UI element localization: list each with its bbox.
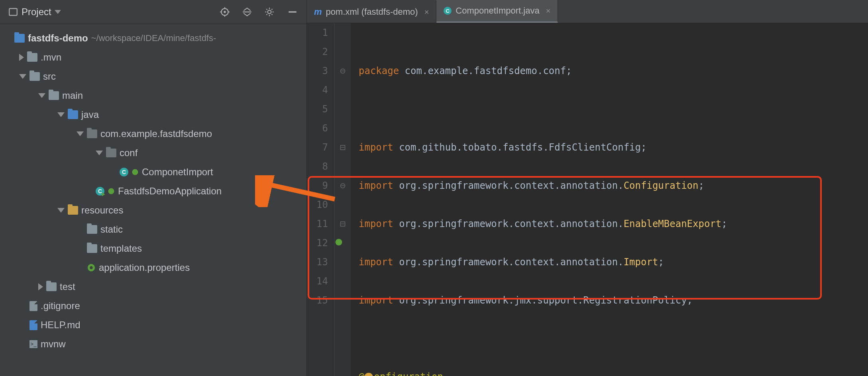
chevron-down-icon[interactable] xyxy=(38,93,45,98)
tree-node-main[interactable]: main xyxy=(0,86,306,105)
intention-bulb-icon[interactable] xyxy=(364,373,373,376)
svg-point-14 xyxy=(90,266,92,269)
svg-point-15 xyxy=(336,239,342,246)
tab-pom[interactable]: m pom.xml (fastdfs-demo) × xyxy=(307,1,436,23)
token-text: org.springframework.context.annotation. xyxy=(393,180,624,191)
tree-node-mvnw[interactable]: >_ mvnw xyxy=(0,335,306,354)
sidebar-title-dropdown[interactable]: Project xyxy=(4,5,65,19)
tree-label: .mvn xyxy=(41,52,61,63)
line-number: 1 xyxy=(307,23,328,42)
tree-label: com.example.fastdfsdemo xyxy=(100,128,212,139)
code-text[interactable]: package com.example.fastdfsdemo.conf; im… xyxy=(351,23,756,376)
file-icon xyxy=(29,301,37,311)
svg-point-8 xyxy=(268,10,271,14)
line-gutter: 1 2 3 4 5 6 7 8 9 10 11 12 13 14 15 xyxy=(307,23,335,376)
close-icon[interactable]: × xyxy=(422,8,429,17)
chevron-down-icon[interactable] xyxy=(96,151,103,155)
project-icon xyxy=(8,7,18,17)
folder-icon xyxy=(29,72,40,81)
chevron-down-icon[interactable] xyxy=(77,131,84,136)
project-sidebar: Project fastdfs-demo ~/workspace/IDEA/mi… xyxy=(0,0,307,376)
tree-node-test[interactable]: test xyxy=(0,277,306,296)
chevron-down-icon[interactable] xyxy=(19,74,26,79)
class-icon: C xyxy=(444,7,452,15)
token-keyword: import xyxy=(359,180,393,191)
tree-label: .gitignore xyxy=(41,300,80,311)
run-overlay-icon xyxy=(100,192,106,197)
project-root-name: fastdfs-demo xyxy=(28,33,88,44)
tree-node-application-properties[interactable]: application.properties xyxy=(0,258,306,277)
tree-node-gitignore[interactable]: .gitignore xyxy=(0,296,306,315)
chevron-right-icon[interactable] xyxy=(38,283,43,290)
locate-icon[interactable] xyxy=(220,7,230,17)
tree-node-java[interactable]: java xyxy=(0,105,306,124)
gear-icon[interactable] xyxy=(264,7,275,17)
tree-node-templates[interactable]: templates xyxy=(0,239,306,258)
tree-label: mvnw xyxy=(41,339,66,350)
tab-label: ComponetImport.java xyxy=(456,6,539,16)
tree-node-resources[interactable]: resources xyxy=(0,201,306,220)
tree-node-help-md[interactable]: HELP.md xyxy=(0,315,306,335)
shell-file-icon: >_ xyxy=(29,340,37,348)
token-keyword: import xyxy=(359,295,393,306)
token-text: ; xyxy=(658,257,664,268)
package-icon xyxy=(106,149,116,157)
project-root-path: ~/workspace/IDEA/mine/fastdfs- xyxy=(91,33,216,43)
class-icon: C xyxy=(120,168,128,176)
tree-node-componet-import[interactable]: C ComponetImport xyxy=(0,163,306,182)
folder-icon xyxy=(87,225,97,234)
tree-label: resources xyxy=(81,205,123,216)
token-text: ; xyxy=(721,218,727,229)
project-root[interactable]: fastdfs-demo ~/workspace/IDEA/mine/fastd… xyxy=(0,29,306,48)
tree-node-package[interactable]: com.example.fastdfsdemo xyxy=(0,124,306,143)
svg-marker-11 xyxy=(102,192,105,196)
line-number: 7 xyxy=(307,138,328,157)
minimize-icon[interactable] xyxy=(287,7,298,17)
tree-node-app-class[interactable]: C FastdfsDemoApplication xyxy=(0,182,306,201)
token-text: org.springframework.context.annotation. xyxy=(393,218,624,229)
code-area[interactable]: 1 2 3 4 5 6 7 8 9 10 11 12 13 14 15 ⊖ xyxy=(307,23,868,376)
tree-node-src[interactable]: src xyxy=(0,67,306,86)
line-number: 4 xyxy=(307,80,328,100)
project-tree[interactable]: fastdfs-demo ~/workspace/IDEA/mine/fastd… xyxy=(0,24,306,354)
tree-label: application.properties xyxy=(99,262,190,273)
line-number: 15 xyxy=(307,291,328,310)
token-keyword: import xyxy=(359,257,393,268)
collapse-all-icon[interactable] xyxy=(242,7,252,17)
line-number: 5 xyxy=(307,100,328,119)
tree-node-mvn[interactable]: .mvn xyxy=(0,48,306,67)
line-number: 3 xyxy=(307,61,328,80)
chevron-down-icon[interactable] xyxy=(57,112,65,117)
line-number: 13 xyxy=(307,253,328,272)
token-text: org.springframework.context.annotation. xyxy=(393,257,624,268)
tree-label: test xyxy=(60,281,75,292)
line-number: 12 xyxy=(307,233,328,253)
line-number: 11 xyxy=(307,214,328,233)
close-icon[interactable]: × xyxy=(544,6,551,16)
chevron-down-icon[interactable] xyxy=(57,208,65,213)
folder-icon xyxy=(49,91,59,100)
markdown-file-icon xyxy=(29,320,37,330)
svg-point-2 xyxy=(224,11,226,12)
token-annotation: onfiguration xyxy=(374,371,443,376)
folder-icon xyxy=(87,244,97,253)
tree-label: main xyxy=(62,90,83,101)
maven-file-icon: m xyxy=(314,7,322,17)
svg-rect-0 xyxy=(9,8,17,15)
spring-bean-icon xyxy=(132,168,139,176)
tree-label: static xyxy=(100,224,123,235)
properties-file-icon xyxy=(87,263,96,272)
svg-point-10 xyxy=(132,169,138,175)
line-number: 2 xyxy=(307,42,328,61)
chevron-right-icon[interactable] xyxy=(19,54,24,61)
token-keyword: package xyxy=(359,65,399,76)
tab-componet-import[interactable]: C ComponetImport.java × xyxy=(436,0,558,23)
spring-gutter-icon[interactable] xyxy=(335,238,343,246)
token-text: EnableMBeanExport xyxy=(624,218,722,229)
tree-label: templates xyxy=(100,243,142,254)
tree-label: ComponetImport xyxy=(142,166,213,178)
tree-node-static[interactable]: static xyxy=(0,220,306,239)
token-keyword: import xyxy=(359,218,393,229)
token-text: Configuration xyxy=(624,180,699,191)
tree-node-conf[interactable]: conf xyxy=(0,143,306,163)
